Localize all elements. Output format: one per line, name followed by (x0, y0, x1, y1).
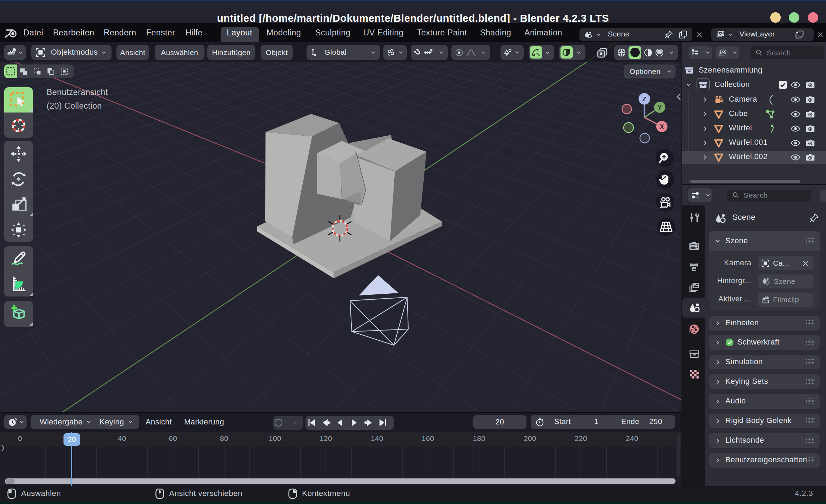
svg-text:Y: Y (658, 104, 662, 111)
svg-text:X: X (660, 123, 664, 130)
svg-text:Z: Z (642, 95, 646, 103)
